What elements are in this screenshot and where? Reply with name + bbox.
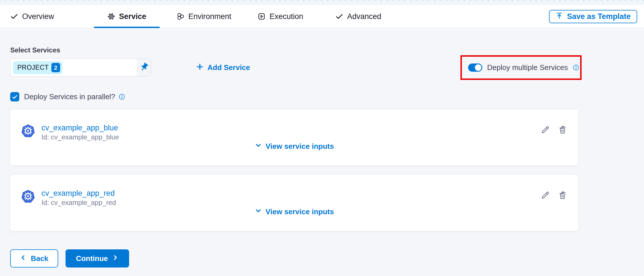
chevron-down-icon [254, 207, 262, 216]
tab-label: Service [119, 12, 146, 21]
chevron-down-icon [254, 141, 262, 151]
check-icon [335, 12, 343, 20]
parallel-checkbox-label: Deploy Services in parallel? [24, 92, 115, 101]
add-service-button[interactable]: Add Service [196, 63, 250, 73]
service-card-header: cv_example_app_blue Id: cv_example_app_b… [21, 123, 567, 141]
service-select-row: PROJECT 2 A [10, 55, 644, 80]
edit-icon[interactable] [540, 190, 550, 200]
tab-label: Advanced [347, 12, 381, 21]
chevron-right-icon [112, 254, 119, 263]
toggle-knob [475, 64, 481, 71]
chevron-left-icon [20, 254, 27, 263]
project-tag[interactable]: PROJECT 2 [13, 61, 62, 74]
tab-label: Overview [22, 12, 54, 21]
service-name-link[interactable]: cv_example_app_red [41, 189, 116, 198]
back-label: Back [31, 254, 48, 263]
view-service-inputs-label: View service inputs [266, 142, 334, 151]
save-as-template-button[interactable]: Save as Template [549, 10, 637, 23]
stage-tab-bar: Overview Service Environment [0, 5, 644, 28]
view-service-inputs-label: View service inputs [266, 207, 334, 216]
service-text-block: cv_example_app_red Id: cv_example_app_re… [41, 189, 116, 207]
view-service-inputs-link[interactable]: View service inputs [10, 207, 578, 216]
service-name-link[interactable]: cv_example_app_blue [41, 123, 119, 133]
multiselect-value-area[interactable]: PROJECT 2 [10, 59, 137, 76]
parallel-checkbox[interactable] [10, 92, 19, 101]
deploy-multiple-label: Deploy multiple Services [487, 63, 568, 72]
play-square-icon [258, 12, 266, 20]
continue-button[interactable]: Continue [66, 249, 129, 267]
service-text-block: cv_example_app_blue Id: cv_example_app_b… [41, 123, 119, 141]
view-service-inputs-link[interactable]: View service inputs [10, 141, 578, 151]
delete-icon[interactable] [558, 190, 567, 200]
edit-icon[interactable] [540, 125, 550, 135]
tab-overview[interactable]: Overview [10, 5, 54, 28]
tab-execution[interactable]: Execution [258, 5, 303, 28]
service-card-header: cv_example_app_red Id: cv_example_app_re… [21, 189, 567, 207]
service-id: Id: cv_example_app_blue [41, 133, 119, 141]
deploy-multiple-toggle[interactable] [468, 63, 482, 72]
kubernetes-icon [21, 124, 35, 139]
tab-environment[interactable]: Environment [176, 5, 231, 28]
pin-button[interactable] [137, 59, 151, 76]
dotted-header-strip [0, 0, 644, 5]
service-id: Id: cv_example_app_red [41, 198, 116, 207]
tab-advanced[interactable]: Advanced [335, 5, 381, 28]
save-as-template-label: Save as Template [567, 12, 631, 21]
project-tag-count-badge: 2 [51, 63, 60, 72]
kubernetes-icon [21, 189, 35, 205]
hexagons-icon [176, 12, 184, 20]
add-service-label: Add Service [207, 63, 250, 72]
parallel-checkbox-row: Deploy Services in parallel? [10, 92, 644, 101]
deploy-multiple-highlight-box: Deploy multiple Services [460, 55, 582, 80]
gear-icon [107, 12, 115, 20]
pin-icon [139, 62, 149, 73]
project-tag-label: PROJECT [17, 64, 49, 71]
pipeline-stage-config-page: Overview Service Environment [0, 0, 644, 276]
tab-service[interactable]: Service [94, 5, 160, 28]
service-card-actions [540, 190, 567, 200]
select-services-label: Select Services [10, 46, 644, 54]
service-card: cv_example_app_red Id: cv_example_app_re… [10, 175, 578, 231]
tab-label: Execution [270, 12, 303, 21]
info-icon[interactable] [573, 64, 579, 71]
delete-icon[interactable] [558, 125, 567, 135]
info-icon[interactable] [119, 94, 125, 100]
services-multiselect-input[interactable]: PROJECT 2 [10, 59, 151, 77]
back-button[interactable]: Back [10, 249, 58, 267]
service-config-content: Select Services PROJECT 2 [0, 46, 644, 267]
wizard-footer: Back Continue [10, 249, 644, 267]
plus-icon [196, 63, 204, 73]
continue-label: Continue [76, 254, 108, 263]
upload-icon [555, 12, 563, 22]
check-icon [10, 12, 18, 20]
service-card-actions [540, 125, 567, 135]
tab-label: Environment [188, 12, 231, 21]
service-card: cv_example_app_blue Id: cv_example_app_b… [10, 109, 578, 165]
